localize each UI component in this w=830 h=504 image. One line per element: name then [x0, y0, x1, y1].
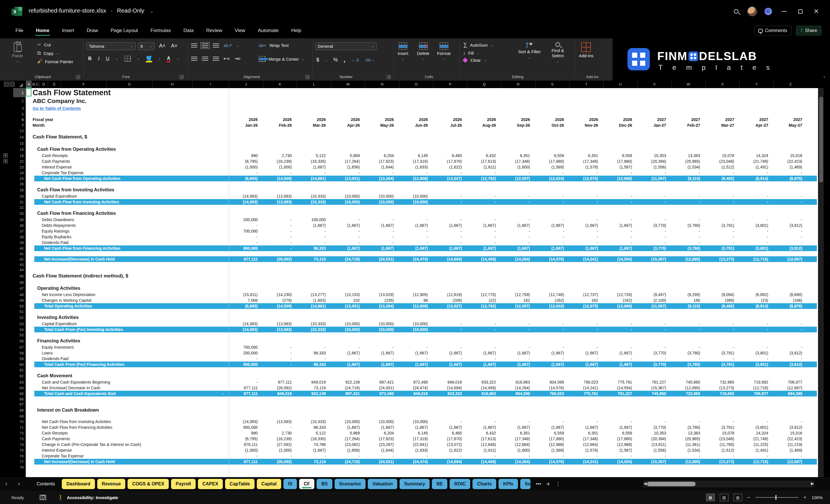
align-center-button[interactable] [202, 57, 208, 61]
row-header-49[interactable]: 49 [13, 297, 26, 303]
row-header-44[interactable]: 44 [13, 267, 26, 272]
cell-value[interactable]: - [433, 345, 467, 350]
cell-value[interactable]: (3,770) [637, 351, 671, 355]
cell-value[interactable]: (10,333) [297, 194, 331, 198]
cell-value[interactable]: (14,694) [433, 460, 467, 464]
cell-value[interactable]: (17,823) [365, 437, 399, 441]
cell-value[interactable]: - [399, 240, 433, 245]
cell-value[interactable]: - [671, 229, 705, 233]
cell-value[interactable]: (14,459) [467, 460, 501, 464]
cell-value[interactable]: (23,062) [331, 442, 365, 447]
cell-value[interactable]: (1,667) [569, 223, 603, 228]
cell-value[interactable]: 2026 [399, 117, 433, 122]
cell-value[interactable]: (17,348) [501, 437, 535, 441]
cell-value[interactable]: (3,780) [671, 223, 705, 228]
cell-value[interactable]: 745,860 [671, 380, 705, 384]
cell-value[interactable]: (28,092) [263, 257, 297, 261]
column-header-P[interactable]: P [433, 81, 467, 88]
cell-value[interactable]: (10,000) [331, 419, 365, 424]
cell-value[interactable]: (9,295) [671, 292, 705, 297]
cell-value[interactable]: (12,808) [399, 304, 433, 308]
cell-value[interactable]: (14,241) [569, 257, 603, 261]
cell-value[interactable]: (14,083) [229, 419, 263, 424]
cell-value[interactable]: (10,000) [399, 327, 433, 332]
cell-value[interactable]: 2026 [297, 117, 331, 122]
cell-value[interactable]: (17,880) [535, 159, 569, 164]
cell-value[interactable]: Sep-26 [501, 123, 535, 128]
cell-value[interactable]: - [603, 229, 637, 233]
cell-value[interactable]: 6,432 [467, 153, 501, 158]
cell-value[interactable]: - [773, 200, 807, 204]
cell-value[interactable]: (12,808) [399, 176, 433, 181]
cell-value[interactable]: - [365, 345, 399, 350]
cell-value[interactable]: - [229, 170, 263, 175]
cell-value[interactable]: (1,469) [773, 165, 807, 169]
cell-value[interactable]: (17,613) [467, 159, 501, 164]
cell-value[interactable]: - [773, 345, 807, 350]
cell-value[interactable]: (13,027) [433, 304, 467, 308]
cell-value[interactable]: (24,931) [365, 385, 399, 390]
cell-value[interactable]: (13,051) [331, 176, 365, 181]
borders-button[interactable] [124, 56, 131, 62]
cell-value[interactable]: - [739, 240, 773, 245]
cell-value[interactable]: (9,497) [637, 292, 671, 297]
share-button[interactable]: ⤴ Share [796, 26, 822, 35]
cell-value[interactable]: (24,474) [399, 460, 433, 464]
cell-value[interactable]: (12,575) [569, 304, 603, 308]
row-header-63[interactable]: 63 [13, 379, 26, 385]
cell-value[interactable]: (12,726) [603, 292, 637, 297]
cell-value[interactable]: (28,092) [263, 385, 297, 390]
cell-value[interactable]: (1,667) [603, 351, 637, 355]
cell-value[interactable]: (1,667) [467, 351, 501, 355]
cell-value[interactable]: 833,322 [467, 380, 501, 384]
selected-cell-A1[interactable] [26, 88, 31, 96]
cell-value[interactable]: (11,361) [671, 442, 705, 447]
clear-button[interactable]: Clear⌄ [463, 58, 493, 63]
cell-value[interactable]: - [433, 217, 467, 222]
orientation-button[interactable]: ab↗ [224, 43, 232, 48]
cell-value[interactable]: - [569, 240, 603, 245]
cell-value[interactable]: (3,780) [671, 351, 705, 355]
cell-value[interactable]: - [433, 321, 467, 326]
cell-value[interactable]: - [399, 356, 433, 361]
sheet-tab-kpis[interactable]: KPIs [499, 479, 518, 489]
cell-value[interactable]: (1,491) [739, 448, 773, 452]
column-header-B[interactable]: B [31, 81, 35, 88]
cell-value[interactable]: (1,600) [501, 165, 535, 169]
cell-value[interactable]: - [637, 321, 671, 326]
cell-value[interactable]: (14,083) [229, 194, 263, 198]
cell-value[interactable]: - [705, 454, 739, 458]
cell-value[interactable]: (1,512) [705, 165, 739, 169]
cell-value[interactable]: 900,000 [229, 246, 263, 251]
row-header-61[interactable]: 61 [13, 367, 26, 372]
cell-value[interactable]: 2027 [739, 117, 773, 122]
autosum-button[interactable]: ∑ AutoSum⌄ [463, 42, 493, 48]
cell-value[interactable]: - [263, 240, 297, 245]
accessibility-status[interactable]: Accessibility: Investigate [67, 495, 118, 500]
row-header-19[interactable]: 19 [13, 153, 26, 158]
cell-value[interactable]: - [365, 356, 399, 361]
menu-automate[interactable]: Automate [253, 25, 284, 36]
cell-value[interactable]: (8,914) [739, 176, 773, 181]
hscroll-right-icon[interactable]: ▶ [811, 481, 814, 486]
cell-value[interactable]: 872,490 [365, 391, 399, 396]
underline-button[interactable]: U [106, 56, 109, 62]
cell-value[interactable]: - [671, 321, 705, 326]
cell-value[interactable]: (1,667) [399, 223, 433, 228]
cell-value[interactable]: (12,848) [467, 442, 501, 447]
cell-value[interactable]: (12,737) [569, 292, 603, 297]
cell-value[interactable]: 6,204 [365, 153, 399, 158]
menu-view[interactable]: View [230, 25, 251, 36]
delete-cells-button[interactable]: Delete⌄ [417, 42, 429, 61]
cell-value[interactable]: - [467, 240, 501, 245]
cell-value[interactable]: - [705, 240, 739, 245]
cell-value[interactable]: (16,239) [263, 437, 297, 441]
cell-value[interactable]: (14,554) [603, 385, 637, 390]
row-header-64[interactable]: 64 [13, 385, 26, 391]
cell-value[interactable]: (9,482) [705, 176, 739, 181]
cell-value[interactable]: (1,667) [501, 246, 535, 251]
cell-value[interactable]: (1,600) [501, 448, 535, 452]
cell-value[interactable]: - [297, 345, 331, 350]
cell-value[interactable]: - [569, 419, 603, 424]
cell-value[interactable]: - [773, 217, 807, 222]
